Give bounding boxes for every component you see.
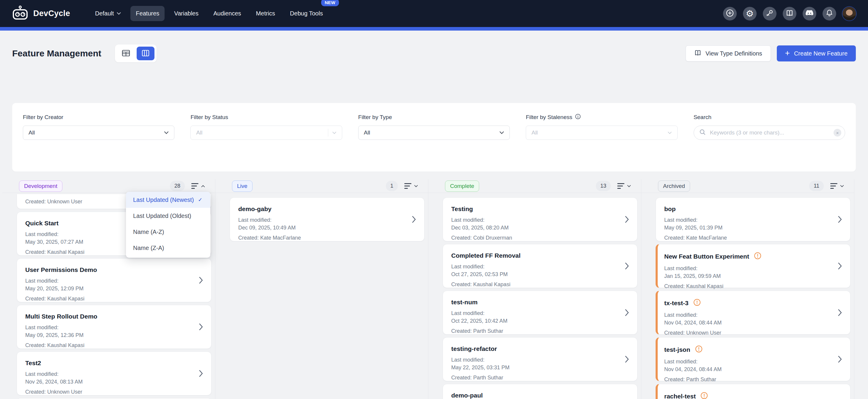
- feature-card-title: demo-gaby: [238, 205, 405, 212]
- feature-card[interactable]: test-num Last modified: Oct 22, 2025, 10…: [443, 291, 638, 335]
- stale-warning-icon: [693, 299, 701, 307]
- feature-card[interactable]: tx-test-3 Last modified: Nov 04, 2024, 0…: [656, 291, 850, 335]
- chevron-down-icon: [840, 185, 844, 187]
- feature-card-title: demo-paul: [451, 392, 618, 399]
- view-type-definitions-button[interactable]: View Type Definitions: [686, 45, 771, 62]
- filter-staleness: Filter by Staleness All: [526, 114, 677, 161]
- feature-card-title: tx-test-3: [664, 299, 831, 307]
- filter-search: Search ×: [694, 114, 845, 161]
- feature-card[interactable]: demo-gaby Last modified: Dec 09, 2025, 1…: [229, 197, 425, 241]
- column-cards-list: demo-gaby Last modified: Dec 09, 2025, 1…: [215, 193, 428, 399]
- feature-card[interactable]: testing-refactor Last modified: May 22, …: [443, 337, 638, 381]
- feature-card-modified-date: Dec 03, 2025, 08:20 AM: [451, 224, 618, 232]
- user-avatar[interactable]: [842, 7, 856, 21]
- nav-item-audiences[interactable]: Audiences: [208, 6, 246, 21]
- nav-item-features[interactable]: Features: [130, 6, 164, 21]
- sort-option[interactable]: Name (A-Z): [126, 224, 210, 240]
- filter-creator-select[interactable]: All: [23, 126, 174, 140]
- feature-card-creator: Created: Unknown User: [25, 198, 82, 205]
- column-header: Development 28: [2, 179, 215, 193]
- sort-option[interactable]: Last Updated (Newest) ✓: [126, 192, 210, 208]
- discord-button[interactable]: [803, 7, 816, 21]
- filter-status-select[interactable]: All: [190, 126, 342, 140]
- column-sort-button[interactable]: [829, 182, 845, 190]
- brand[interactable]: DevCycle: [12, 6, 70, 22]
- chevron-right-icon: [412, 216, 416, 223]
- feature-card-creator: Created: Kaushal Kapasi: [451, 280, 618, 288]
- feature-card-modified-date: Oct 22, 2025, 10:42 AM: [451, 317, 618, 325]
- kanban-view-button[interactable]: [137, 46, 154, 60]
- column-sort-button[interactable]: [190, 182, 206, 190]
- table-view-button[interactable]: [117, 46, 135, 60]
- feature-card-creator: Created: Kate MacFarlane: [238, 234, 405, 242]
- chevron-down-icon: [499, 131, 504, 134]
- filter-staleness-value: All: [531, 129, 538, 136]
- nav-item-variables[interactable]: Variables: [169, 6, 204, 21]
- feature-card[interactable]: Test2 Last modified: Nov 26, 2024, 08:13…: [17, 352, 212, 395]
- column-cards-list: Testing Last modified: Dec 03, 2025, 08:…: [428, 193, 641, 399]
- feature-card-title: User Permissions Demo: [25, 266, 192, 273]
- feature-card[interactable]: test-json Last modified: Nov 04, 2024, 0…: [656, 337, 850, 381]
- stale-warning-icon: [695, 345, 703, 354]
- feature-card-creator: Created: Unknown User: [25, 388, 192, 396]
- sort-option[interactable]: Name (Z-A): [126, 240, 210, 256]
- chevron-right-icon: [838, 216, 842, 223]
- filter-staleness-select[interactable]: All: [526, 126, 677, 140]
- filter-status-value: All: [196, 129, 202, 136]
- feature-card-modified-label: Last modified:: [451, 216, 618, 224]
- feature-card-modified-date: Oct 27, 2025, 02:53 PM: [451, 270, 618, 278]
- feature-card[interactable]: bop Last modified: May 09, 2025, 01:39 P…: [656, 197, 850, 241]
- create-new-feature-label: Create New Feature: [794, 50, 847, 57]
- filter-type: Filter by Type All: [358, 114, 510, 161]
- feature-card-title: testing-refactor: [451, 345, 618, 353]
- nav-item-metrics[interactable]: Metrics: [251, 6, 280, 21]
- api-keys-button[interactable]: [763, 7, 776, 21]
- column-status-badge: Archived: [658, 180, 690, 192]
- create-new-feature-button[interactable]: + Create New Feature: [777, 45, 856, 62]
- search-input[interactable]: [709, 129, 830, 136]
- nav-item-default[interactable]: Default: [90, 6, 126, 21]
- top-nav: DevCycle Default Features Variables Audi…: [0, 0, 868, 27]
- feature-card-creator: Created: Parth Suthar: [451, 327, 618, 335]
- chevron-right-icon: [625, 356, 629, 363]
- feature-card-modified-label: Last modified:: [25, 370, 192, 378]
- sort-icon: [191, 183, 198, 189]
- sort-icon: [404, 183, 411, 189]
- feature-card-modified-label: Last modified:: [664, 265, 831, 272]
- column-sort-button[interactable]: [616, 182, 632, 190]
- feature-card[interactable]: Testing Last modified: Dec 03, 2025, 08:…: [443, 197, 638, 241]
- chevron-right-icon: [838, 356, 842, 363]
- plus-icon: +: [785, 49, 790, 57]
- feature-card[interactable]: Completed FF Removal Last modified: Oct …: [443, 244, 638, 288]
- settings-button[interactable]: ⚙: [743, 7, 756, 21]
- discord-icon: [805, 10, 814, 17]
- sort-icon: [830, 183, 837, 189]
- column-header: Archived 11: [641, 179, 854, 193]
- chevron-right-icon: [625, 309, 629, 316]
- feature-card[interactable]: rachel-test: [656, 384, 850, 399]
- add-circle-button[interactable]: [723, 7, 737, 21]
- feature-card[interactable]: User Permissions Demo Last modified: May…: [17, 258, 212, 302]
- feature-card-modified-date: May 22, 2025, 03:31 PM: [451, 364, 618, 371]
- column-header: Complete 13: [428, 179, 641, 193]
- column-header: Live 1: [215, 179, 428, 193]
- column-sort-button[interactable]: [403, 182, 419, 190]
- notifications-button[interactable]: [823, 7, 836, 21]
- filter-type-select[interactable]: All: [358, 126, 510, 140]
- feature-card[interactable]: Multi Step Rollout Demo Last modified: M…: [17, 305, 212, 349]
- feature-card[interactable]: demo-paul: [443, 384, 638, 399]
- nav-item-debug-tools[interactable]: Debug Tools NEW: [285, 6, 328, 21]
- clear-search-icon[interactable]: ×: [834, 129, 841, 137]
- feature-card-title: test-json: [664, 345, 831, 354]
- info-icon[interactable]: [575, 114, 581, 121]
- bell-icon: [826, 9, 833, 18]
- chevron-down-icon: [117, 12, 121, 15]
- sort-option[interactable]: Last Updated (Oldest): [126, 208, 210, 224]
- docs-button[interactable]: [783, 7, 797, 21]
- board-column-live: Live 1 demo-gaby Last modified: Dec 09, …: [215, 179, 428, 399]
- column-cards-list: bop Last modified: May 09, 2025, 01:39 P…: [641, 193, 854, 399]
- column-count-badge: 28: [170, 181, 185, 191]
- view-type-definitions-label: View Type Definitions: [706, 50, 762, 57]
- feature-card[interactable]: New Feat Button Experiment Last modified…: [656, 244, 850, 288]
- brand-name: DevCycle: [33, 9, 70, 18]
